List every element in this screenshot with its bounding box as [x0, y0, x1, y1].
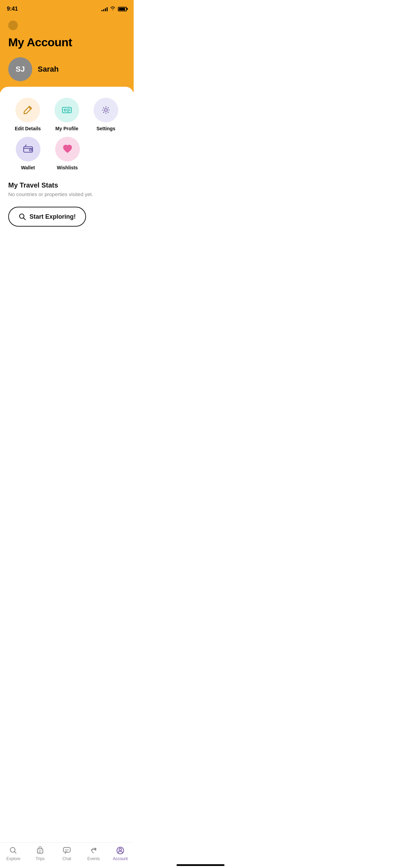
header: My Account SJ Sarah	[0, 16, 134, 92]
header-dot	[8, 21, 18, 30]
settings-label: Settings	[96, 126, 115, 131]
wishlists-icon-circle	[55, 137, 80, 161]
edit-details-label: Edit Details	[15, 126, 41, 131]
status-time: 9:41	[7, 6, 18, 12]
id-card-icon	[61, 104, 73, 116]
menu-item-wallet[interactable]: Wallet	[8, 137, 48, 170]
start-exploring-label: Start Exploring!	[29, 213, 76, 220]
wifi-icon	[110, 6, 116, 12]
wishlists-label: Wishlists	[57, 165, 78, 170]
menu-item-edit-details[interactable]: Edit Details	[8, 98, 47, 131]
my-profile-label: My Profile	[56, 126, 78, 131]
signal-icon	[101, 7, 108, 11]
svg-rect-6	[24, 147, 33, 152]
wallet-icon-circle	[16, 137, 40, 161]
menu-row-1: Edit Details My Profile	[8, 98, 125, 131]
svg-point-1	[64, 109, 66, 111]
svg-point-5	[105, 109, 107, 111]
edit-details-icon-circle	[15, 98, 40, 122]
settings-icon-circle	[94, 98, 118, 122]
avatar[interactable]: SJ	[8, 57, 32, 81]
battery-icon	[118, 7, 127, 11]
menu-item-wishlists[interactable]: Wishlists	[48, 137, 87, 170]
main-content: Edit Details My Profile	[0, 87, 134, 269]
travel-stats-title: My Travel Stats	[8, 181, 125, 189]
status-bar: 9:41	[0, 0, 134, 16]
page-title: My Account	[8, 36, 125, 49]
status-icons	[101, 6, 127, 12]
user-name: Sarah	[38, 65, 59, 74]
gear-icon	[100, 104, 112, 116]
travel-stats: My Travel Stats No countries or properti…	[8, 181, 125, 197]
travel-stats-subtitle: No countries or properties visited yet.	[8, 191, 125, 197]
menu-item-my-profile[interactable]: My Profile	[47, 98, 86, 131]
start-exploring-button[interactable]: Start Exploring!	[8, 207, 86, 227]
search-icon	[19, 213, 26, 220]
wallet-icon	[22, 143, 34, 155]
my-profile-icon-circle	[54, 98, 79, 122]
menu-item-settings[interactable]: Settings	[86, 98, 125, 131]
menu-row-2: Wallet Wishlists	[8, 137, 125, 170]
wallet-label: Wallet	[21, 165, 35, 170]
pencil-icon	[22, 104, 34, 116]
user-row: SJ Sarah	[8, 57, 125, 81]
svg-rect-7	[29, 149, 32, 151]
heart-icon	[61, 143, 74, 155]
svg-rect-0	[62, 107, 71, 113]
